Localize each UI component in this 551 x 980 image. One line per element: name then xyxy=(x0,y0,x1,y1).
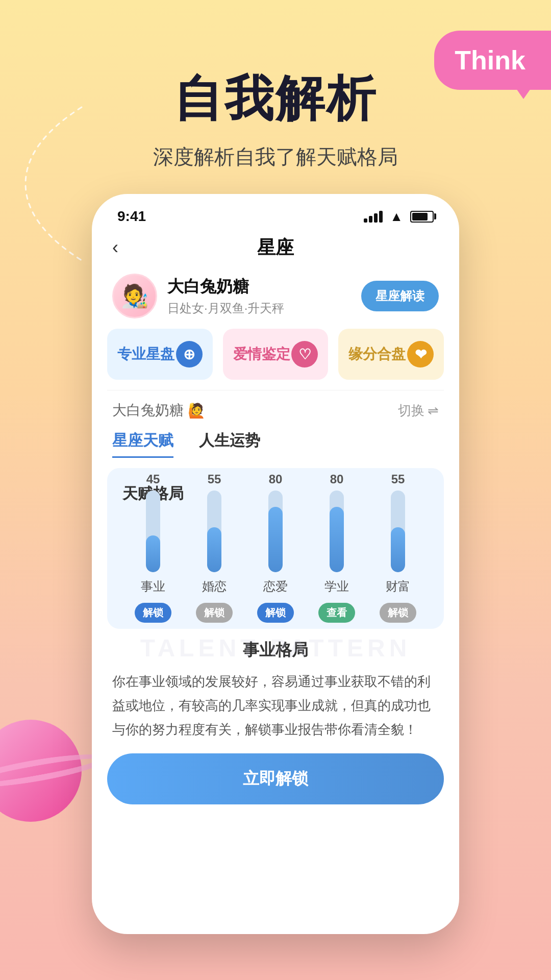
bar-marriage-label: 婚恋 xyxy=(202,578,227,595)
avatar: 🧑‍🎨 xyxy=(112,274,157,318)
professional-chart-label: 专业星盘 xyxy=(117,345,174,364)
status-icons: ▲ xyxy=(364,209,434,225)
bar-wealth-value: 55 xyxy=(391,472,405,486)
career-description: 你在事业领域的发展较好，容易通过事业获取不错的利益或地位，有较高的几率实现事业成… xyxy=(112,670,439,741)
compatibility-label: 缘分合盘 xyxy=(348,345,406,364)
compatibility-tab[interactable]: 缘分合盘 ❤ xyxy=(338,329,444,380)
status-time: 9:41 xyxy=(117,208,146,225)
bar-love-track xyxy=(268,491,283,572)
tab-life-fortune[interactable]: 人生运势 xyxy=(199,430,260,458)
battery-icon xyxy=(410,211,434,223)
user-label: 大白兔奶糖 🙋 xyxy=(112,401,206,420)
career-section: TALENT PATTERN 事业格局 你在事业领域的发展较好，容易通过事业获取… xyxy=(107,639,444,741)
think-bubble: Think xyxy=(434,31,551,90)
bar-marriage-badge[interactable]: 解锁 xyxy=(196,603,233,623)
bar-love-label: 恋爱 xyxy=(263,578,288,595)
bar-marriage-value: 55 xyxy=(208,472,221,486)
bar-career-badge[interactable]: 解锁 xyxy=(135,603,171,623)
nav-bar: ‹ 星座 xyxy=(92,230,459,265)
career-title: TALENT PATTERN 事业格局 xyxy=(112,639,439,662)
profile-name: 大白兔奶糖 xyxy=(167,276,284,298)
bar-study-label: 学业 xyxy=(324,578,349,595)
love-appraisal-icon: ♡ xyxy=(291,341,318,368)
bar-love-value: 80 xyxy=(269,472,283,486)
bar-study-track xyxy=(330,491,344,572)
unlock-button[interactable]: 立即解锁 xyxy=(107,753,444,804)
profile-left: 🧑‍🎨 大白兔奶糖 日处女·月双鱼·升天秤 xyxy=(112,274,284,318)
switch-button[interactable]: 切换 ⇌ xyxy=(398,402,439,420)
bar-marriage: 55 婚恋 解锁 xyxy=(194,472,235,629)
bar-career-fill xyxy=(146,535,160,572)
status-bar: 9:41 ▲ xyxy=(92,194,459,230)
profile-info: 大白兔奶糖 日处女·月双鱼·升天秤 xyxy=(167,276,284,316)
dotted-arc-decoration xyxy=(15,102,97,265)
bar-career-value: 45 xyxy=(146,472,160,486)
bar-study-fill xyxy=(330,507,344,572)
bar-marriage-track xyxy=(207,491,221,572)
bar-study-badge[interactable]: 查看 xyxy=(318,603,355,623)
love-appraisal-tab[interactable]: 爱情鉴定 ♡ xyxy=(223,329,329,380)
bar-wealth-track xyxy=(391,491,405,572)
bar-wealth-badge[interactable]: 解锁 xyxy=(380,603,416,623)
chart-section: 天赋格局 45 事业 解锁 55 婚恋 解锁 xyxy=(107,468,444,629)
professional-chart-tab[interactable]: 专业星盘 ⊕ xyxy=(107,329,213,380)
bar-career-track xyxy=(146,491,160,572)
bar-wealth-label: 财富 xyxy=(386,578,410,595)
profile-sign: 日处女·月双鱼·升天秤 xyxy=(167,300,284,316)
chart-bars: 45 事业 解锁 55 婚恋 解锁 80 xyxy=(122,517,429,629)
bar-love-badge[interactable]: 解锁 xyxy=(257,603,294,623)
planet-decoration xyxy=(0,704,102,837)
bar-love: 80 恋爱 解锁 xyxy=(255,472,296,629)
user-icon: 🙋 xyxy=(188,402,206,419)
phone-frame: 9:41 ▲ ‹ 星座 🧑‍🎨 大白兔奶糖 日处女·月双鱼·升 xyxy=(92,194,459,934)
bar-love-fill xyxy=(268,507,283,572)
bar-career-label: 事业 xyxy=(141,578,165,595)
bar-marriage-fill xyxy=(207,527,221,572)
back-button[interactable]: ‹ xyxy=(112,237,118,258)
inner-tabs: 星座天赋 人生运势 xyxy=(92,425,459,458)
user-name-label: 大白兔奶糖 xyxy=(112,401,184,420)
tab-buttons-row: 专业星盘 ⊕ 爱情鉴定 ♡ 缘分合盘 ❤ xyxy=(92,329,459,390)
nav-title: 星座 xyxy=(257,235,294,260)
signal-icon xyxy=(364,211,383,223)
bar-career: 45 事业 解锁 xyxy=(133,472,173,629)
bar-wealth: 55 财富 解锁 xyxy=(378,472,418,629)
switch-label: 切换 xyxy=(398,402,424,420)
profile-section: 🧑‍🎨 大白兔奶糖 日处女·月双鱼·升天秤 星座解读 xyxy=(92,265,459,329)
avatar-image: 🧑‍🎨 xyxy=(121,283,149,309)
love-appraisal-label: 爱情鉴定 xyxy=(233,345,290,364)
switch-icon: ⇌ xyxy=(428,403,439,419)
bar-wealth-fill xyxy=(391,527,405,572)
professional-chart-icon: ⊕ xyxy=(176,341,203,368)
compatibility-icon: ❤ xyxy=(407,341,434,368)
bar-study-value: 80 xyxy=(330,472,344,486)
tab-horoscope-talent[interactable]: 星座天赋 xyxy=(112,430,173,458)
career-bg-text: TALENT PATTERN xyxy=(140,634,411,662)
user-row: 大白兔奶糖 🙋 切换 ⇌ xyxy=(92,390,459,425)
wifi-icon: ▲ xyxy=(390,209,403,225)
horoscope-read-button[interactable]: 星座解读 xyxy=(361,281,439,311)
bar-study: 80 学业 查看 xyxy=(316,472,357,629)
